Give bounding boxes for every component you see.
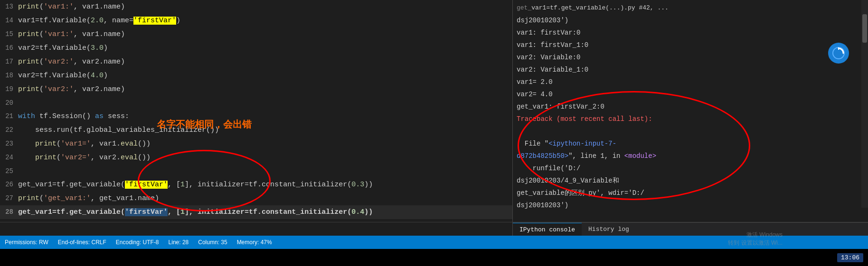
code-line-14: 14 var1=tf.Variable(2.0, name='firstVar'… — [0, 14, 512, 28]
scrollbar[interactable] — [861, 0, 868, 208]
console-line-2: dsj20010203') — [517, 14, 864, 27]
code-line-16: 16 var2=tf.Variable(3.0) — [0, 41, 512, 55]
spinner-icon — [828, 43, 849, 64]
status-permissions: Permissions: RW — [5, 239, 48, 246]
line-num-19: 19 — [2, 83, 18, 96]
line-num-24: 24 — [2, 151, 18, 164]
console-tab-area: IPython console History log — [513, 222, 868, 236]
annotation-bubble: 名字不能相同，会出错 — [157, 118, 252, 131]
console-line-6: var2: Variable_1:0 — [517, 64, 864, 76]
code-content-22: sess.run(tf.global_variables_initializer… — [18, 124, 512, 137]
code-line-22: 22 sess.run(tf.global_variables_initiali… — [0, 123, 512, 137]
console-line-8: var2= 4.0 — [517, 88, 864, 101]
line-num-17: 17 — [2, 55, 18, 68]
code-content-16: var2=tf.Variable(3.0) — [18, 42, 512, 55]
code-content-26: get_var1=tf.get_variable('firstVar', [1]… — [18, 178, 512, 192]
code-line-28: 28 get_var1=tf.get_variable('firstVar', … — [0, 205, 512, 219]
taskbar-time: 13:06 — [837, 253, 863, 262]
tab-history[interactable]: History log — [582, 223, 636, 236]
code-line-19: 19 print('var2:', var2.name) — [0, 83, 512, 96]
line-num-21: 21 — [2, 110, 18, 123]
line-num-27: 27 — [2, 192, 18, 205]
taskbar: 激活 Windows 转到 设置以激活 Wi... 13:06 — [0, 249, 868, 266]
code-line-24: 24 print('var2=', var2.eval()) — [0, 151, 512, 165]
console-line-9: get_var1: firstVar_2:0 — [517, 101, 864, 113]
code-line-18: 18 var2=tf.Variable(4.0) — [0, 69, 512, 83]
console-line-17: dsj20010203') — [517, 199, 864, 211]
line-num-18: 18 — [2, 69, 18, 82]
code-content-15: print('var1:', var1.name) — [18, 28, 512, 41]
status-memory: Memory: 47% — [237, 239, 272, 246]
code-line-25: 25 — [0, 165, 512, 178]
windows-watermark-2: 转到 设置以激活 Wi... — [728, 239, 783, 247]
console-line-13: d872b4825b50>", line 1, in <module> — [517, 150, 864, 162]
code-line-20: 20 — [0, 96, 512, 110]
code-line-23: 23 print('var1=', var1.eval()) — [0, 137, 512, 151]
code-line-13: 13 print('var1:', var1.name) — [0, 0, 512, 14]
code-line-17: 17 print('var2:', var2.name) — [0, 55, 512, 69]
status-encoding: Encoding: UTF-8 — [116, 239, 159, 246]
code-panel: 13 print('var1:', var1.name) 14 var1=tf.… — [0, 0, 513, 222]
line-num-29: 29 — [2, 219, 18, 222]
windows-watermark-1: 激活 Windows — [728, 231, 783, 239]
line-num-13: 13 — [2, 0, 18, 13]
console-line-3: var1: firstVar:0 — [517, 27, 864, 39]
console-line-1: get_var1=tf.get_variable(...).py #42, ..… — [517, 2, 864, 14]
console-line-11 — [517, 125, 864, 138]
status-column: Column: 35 — [198, 239, 227, 246]
line-num-16: 16 — [2, 41, 18, 55]
console-line-5: var2: Variable:0 — [517, 51, 864, 64]
console-line-4: var1: firstVar_1:0 — [517, 39, 864, 51]
console-line-10: Traceback (most recent call last): — [517, 113, 864, 125]
console-line-15: dsj20010203/4_9_Variable和 — [517, 174, 864, 187]
console-line-12: File "<ipython-input-7- — [517, 138, 864, 150]
line-num-23: 23 — [2, 137, 18, 150]
line-num-20: 20 — [2, 96, 18, 110]
code-content-13: print('var1:', var1.name) — [18, 0, 512, 14]
code-line-15: 15 print('var1:', var1.name) — [0, 28, 512, 41]
line-num-25: 25 — [2, 165, 18, 178]
console-line-16: get_variable的区别.py', wdir='D:/ — [517, 187, 864, 199]
console-line-14: runfile('D:/ — [517, 162, 864, 174]
console-panel: get_var1=tf.get_variable(...).py #42, ..… — [513, 0, 868, 222]
code-line-26: 26 get_var1=tf.get_variable('firstVar', … — [0, 178, 512, 192]
code-line-27: 27 print('get_var1:', get_var1.name) — [0, 192, 512, 205]
code-content-29: print('get_var1:', get_var1.name) — [18, 220, 512, 222]
code-content-24: print('var2=', var2.eval()) — [18, 151, 512, 165]
code-line-21: 21 with tf.Session() as sess: — [0, 110, 512, 123]
line-num-28: 28 — [2, 205, 18, 219]
code-content-14: var1=tf.Variable(2.0, name='firstVar') — [18, 14, 512, 28]
console-line-7: var1= 2.0 — [517, 76, 864, 88]
code-content-18: var2=tf.Variable(4.0) — [18, 69, 512, 83]
line-num-26: 26 — [2, 178, 18, 191]
code-bottom-tab-area — [0, 222, 513, 236]
scrollbar-thumb[interactable] — [862, 14, 867, 43]
status-line: Line: 28 — [169, 239, 189, 246]
line-num-14: 14 — [2, 14, 18, 27]
tab-ipython[interactable]: IPython console — [513, 223, 582, 236]
code-line-29: 29 print('get_var1:', get_var1.name) — [0, 219, 512, 222]
code-content-21: with tf.Session() as sess: — [18, 110, 512, 123]
code-content-23: print('var1=', var1.eval()) — [18, 138, 512, 151]
main-area: 13 print('var1:', var1.name) 14 var1=tf.… — [0, 0, 868, 222]
status-eol: End-of-lines: CRLF — [58, 239, 106, 246]
code-content-17: print('var2:', var2.name) — [18, 55, 512, 69]
line-num-22: 22 — [2, 123, 18, 137]
code-content-28: get_var1=tf.get_variable('firstVar', [1]… — [18, 206, 512, 219]
code-content-19: print('var2:', var2.name) — [18, 83, 512, 96]
code-content-27: print('get_var1:', get_var1.name) — [18, 192, 512, 205]
line-num-15: 15 — [2, 28, 18, 41]
